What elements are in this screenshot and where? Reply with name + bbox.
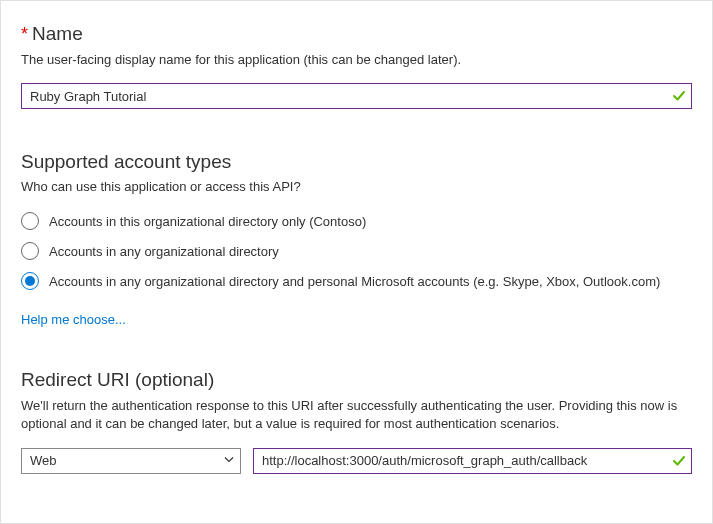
- name-description: The user-facing display name for this ap…: [21, 51, 692, 69]
- radio-label: Accounts in this organizational director…: [49, 214, 366, 229]
- redirect-uri-input-wrapper: [253, 448, 692, 474]
- account-types-section: Supported account types Who can use this…: [21, 151, 692, 327]
- name-heading: Name: [32, 23, 83, 45]
- help-me-choose-link[interactable]: Help me choose...: [21, 312, 126, 327]
- radio-label: Accounts in any organizational directory: [49, 244, 279, 259]
- redirect-uri-description: We'll return the authentication response…: [21, 397, 692, 433]
- redirect-uri-heading: Redirect URI (optional): [21, 369, 692, 391]
- account-types-question: Who can use this application or access t…: [21, 179, 692, 194]
- required-asterisk: *: [21, 24, 28, 45]
- account-types-heading: Supported account types: [21, 151, 692, 173]
- radio-icon: [21, 242, 39, 260]
- redirect-type-value: Web: [30, 453, 57, 468]
- redirect-type-select[interactable]: Web: [21, 448, 241, 474]
- name-input-wrapper: [21, 83, 692, 109]
- name-section: * Name The user-facing display name for …: [21, 23, 692, 109]
- redirect-type-select-wrapper: Web: [21, 448, 241, 474]
- radio-icon: [21, 212, 39, 230]
- account-types-radio-group: Accounts in this organizational director…: [21, 212, 692, 290]
- redirect-uri-input[interactable]: [253, 448, 692, 474]
- radio-option-org-only[interactable]: Accounts in this organizational director…: [21, 212, 692, 230]
- radio-icon: [21, 272, 39, 290]
- redirect-uri-row: Web: [21, 448, 692, 474]
- radio-label: Accounts in any organizational directory…: [49, 274, 660, 289]
- radio-option-any-org[interactable]: Accounts in any organizational directory: [21, 242, 692, 260]
- name-input[interactable]: [21, 83, 692, 109]
- redirect-uri-section: Redirect URI (optional) We'll return the…: [21, 369, 692, 473]
- radio-option-any-org-personal[interactable]: Accounts in any organizational directory…: [21, 272, 692, 290]
